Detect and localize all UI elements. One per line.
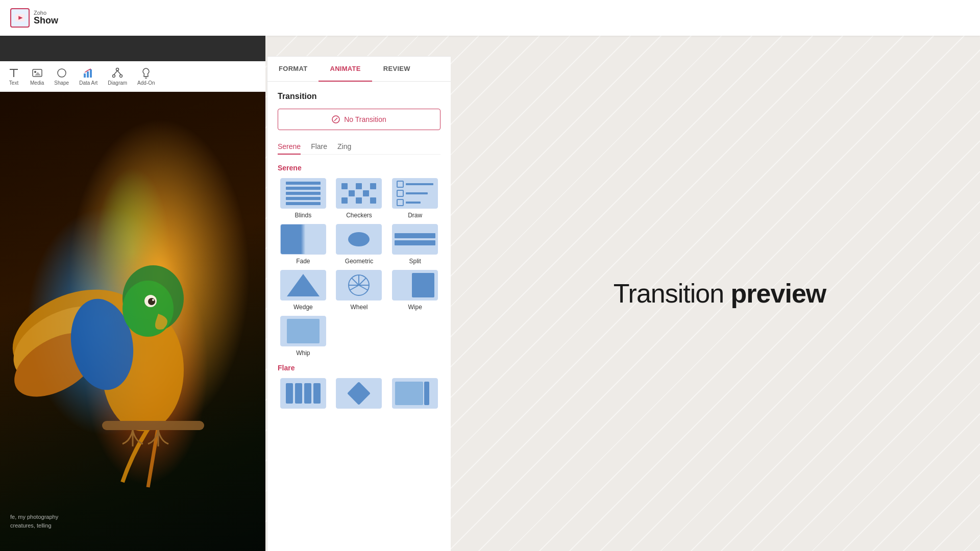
tool-dataart[interactable]: Data Art xyxy=(79,67,97,86)
wheel-svg xyxy=(346,272,372,298)
logo-icon xyxy=(10,8,30,28)
transition-fade[interactable]: Fade xyxy=(278,224,329,265)
tool-diagram[interactable]: Diagram xyxy=(108,67,127,86)
svg-point-7 xyxy=(58,69,66,77)
logo-text: Zoho Show xyxy=(34,10,58,26)
slide-image: fe, my photography creatures, telling xyxy=(0,92,265,551)
sub-tab-zing[interactable]: Zing xyxy=(337,139,351,155)
preview-bold: preview xyxy=(731,279,826,308)
toolbar-strip xyxy=(0,36,265,61)
tool-diagram-label: Diagram xyxy=(108,80,127,86)
svg-point-24 xyxy=(122,281,174,337)
caption-line1: fe, my photography xyxy=(10,513,58,522)
shape-icon xyxy=(56,67,68,79)
transition-wheel[interactable]: Wheel xyxy=(334,270,385,311)
tool-dataart-label: Data Art xyxy=(79,80,97,86)
media-icon xyxy=(31,67,43,79)
fade-label: Fade xyxy=(296,258,310,265)
whip-label: Whip xyxy=(296,349,310,357)
addon-icon xyxy=(140,67,152,79)
transition-flare3[interactable] xyxy=(389,378,440,412)
dataart-icon xyxy=(82,67,94,79)
wedge-label: Wedge xyxy=(293,304,313,311)
sub-tab-flare[interactable]: Flare xyxy=(311,139,327,155)
tool-addon-label: Add-On xyxy=(137,80,155,86)
no-transition-label: No Transition xyxy=(344,115,386,123)
svg-line-34 xyxy=(350,285,359,290)
transition-draw[interactable]: Draw xyxy=(389,178,440,219)
transition-wipe[interactable]: Wipe xyxy=(389,270,440,311)
tool-addon[interactable]: Add-On xyxy=(137,67,155,86)
svg-point-26 xyxy=(148,298,155,305)
preview-text: Transition preview xyxy=(614,278,826,309)
draw-label: Draw xyxy=(408,212,422,219)
svg-rect-8 xyxy=(84,73,86,78)
svg-rect-28 xyxy=(102,421,204,430)
serene-category-label: Serene xyxy=(278,164,440,172)
slide-caption: fe, my photography creatures, telling xyxy=(10,513,58,531)
flare1-thumb xyxy=(280,378,326,409)
svg-line-37 xyxy=(352,278,359,285)
svg-rect-3 xyxy=(13,69,14,77)
draw-thumb xyxy=(392,178,438,209)
svg-line-38 xyxy=(359,278,366,285)
checkers-thumb xyxy=(336,178,382,209)
sub-tab-serene[interactable]: Serene xyxy=(278,139,301,155)
toolbar-tools: Text Media Shape xyxy=(0,61,265,92)
svg-rect-10 xyxy=(90,69,92,78)
topbar: Zoho Show xyxy=(0,0,980,36)
blinds-label: Blinds xyxy=(295,212,311,219)
tool-text-label: Text xyxy=(9,80,18,86)
geometric-label: Geometric xyxy=(345,258,373,265)
svg-point-13 xyxy=(120,75,122,78)
svg-point-5 xyxy=(34,71,36,73)
slide-canvas: fe, my photography creatures, telling xyxy=(0,92,265,551)
transition-split[interactable]: Split xyxy=(389,224,440,265)
tab-review[interactable]: REVIEW xyxy=(372,57,422,82)
svg-line-15 xyxy=(117,71,121,75)
svg-point-12 xyxy=(113,75,115,78)
whip-thumb xyxy=(280,316,326,346)
tool-media-label: Media xyxy=(30,80,44,86)
split-thumb xyxy=(392,224,438,255)
wedge-thumb xyxy=(280,270,326,300)
tool-shape[interactable]: Shape xyxy=(54,67,69,86)
transition-checkers[interactable]: Checkers xyxy=(334,178,385,219)
geometric-thumb xyxy=(336,224,382,255)
preview-area: Transition preview xyxy=(459,36,980,551)
transition-wedge[interactable]: Wedge xyxy=(278,270,329,311)
no-transition-icon xyxy=(332,115,340,123)
wipe-label: Wipe xyxy=(408,304,422,311)
tab-animate[interactable]: ANIMATE xyxy=(318,57,372,82)
serene-grid: Blinds xyxy=(278,178,440,357)
tool-media[interactable]: Media xyxy=(30,67,44,86)
transition-flare1[interactable] xyxy=(278,378,329,412)
transition-panel: FORMAT ANIMATE REVIEW Transition No Tran… xyxy=(267,56,451,551)
svg-line-14 xyxy=(114,71,117,75)
wipe-thumb xyxy=(392,270,438,300)
tool-text[interactable]: Text xyxy=(8,67,20,86)
parrot-svg xyxy=(0,92,265,551)
transition-flare2[interactable] xyxy=(334,378,385,412)
blinds-thumb xyxy=(280,178,326,209)
flare3-thumb xyxy=(392,378,438,409)
svg-line-30 xyxy=(334,118,337,121)
transition-whip[interactable]: Whip xyxy=(278,316,329,357)
no-transition-button[interactable]: No Transition xyxy=(278,109,440,130)
svg-point-27 xyxy=(152,299,154,301)
tool-shape-label: Shape xyxy=(54,80,69,86)
svg-line-33 xyxy=(359,285,368,290)
split-label: Split xyxy=(409,258,421,265)
panel-content: Transition No Transition Serene Flare Zi… xyxy=(267,82,451,427)
fade-thumb xyxy=(280,224,326,255)
logo: Zoho Show xyxy=(10,8,58,28)
svg-rect-9 xyxy=(87,71,89,78)
wheel-thumb xyxy=(336,270,382,300)
transition-geometric[interactable]: Geometric xyxy=(334,224,385,265)
tab-format[interactable]: FORMAT xyxy=(267,57,318,82)
flare2-thumb xyxy=(336,378,382,409)
transition-blinds[interactable]: Blinds xyxy=(278,178,329,219)
flare-category-label: Flare xyxy=(278,364,440,372)
diagram-icon xyxy=(111,67,124,79)
tab-bar: FORMAT ANIMATE REVIEW xyxy=(267,57,451,82)
